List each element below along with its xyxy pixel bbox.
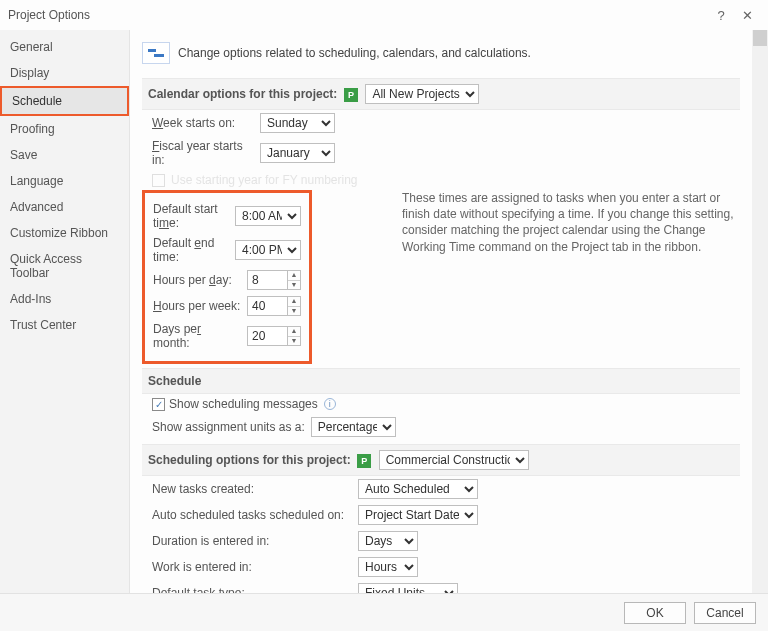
schedule-icon — [142, 42, 170, 64]
defaults-highlight: Default start time: 8:00 AM Default end … — [142, 190, 312, 364]
sidebar-item-advanced[interactable]: Advanced — [0, 194, 129, 220]
sidebar-item-trust-center[interactable]: Trust Center — [0, 312, 129, 338]
label-default-end: Default end time: — [153, 236, 229, 264]
time-assignment-note: These times are assigned to tasks when y… — [402, 190, 742, 255]
label-duration: Duration is entered in: — [152, 534, 352, 548]
project-icon: P — [357, 454, 371, 468]
auto-scheduled-select[interactable]: Project Start Date — [358, 505, 478, 525]
days-per-month-spinner[interactable]: ▲▼ — [247, 326, 301, 346]
sidebar-item-customize-ribbon[interactable]: Customize Ribbon — [0, 220, 129, 246]
label-work: Work is entered in: — [152, 560, 352, 574]
sidebar-item-general[interactable]: General — [0, 34, 129, 60]
sidebar-item-language[interactable]: Language — [0, 168, 129, 194]
cancel-button[interactable]: Cancel — [694, 602, 756, 624]
label-new-tasks: New tasks created: — [152, 482, 352, 496]
default-type-select[interactable]: Fixed Units — [358, 583, 458, 593]
label-assignment-units: Show assignment units as a: — [152, 420, 305, 434]
use-starting-year-checkbox — [152, 174, 165, 187]
sidebar-active-highlight: Schedule — [0, 86, 129, 116]
titlebar: Project Options ? ✕ — [0, 0, 768, 30]
label-default-type: Default task type: — [152, 586, 352, 593]
section-schedule: Schedule — [142, 368, 740, 394]
info-icon[interactable]: i — [324, 398, 336, 410]
page-subtitle: Change options related to scheduling, ca… — [178, 46, 531, 60]
label-hours-day: Hours per day: — [153, 273, 241, 287]
default-end-select[interactable]: 4:00 PM — [235, 240, 301, 260]
fiscal-year-select[interactable]: January — [260, 143, 335, 163]
label-fiscal-year: Fiscal year starts in: — [152, 139, 254, 167]
label-week-starts: Week starts on: — [152, 116, 254, 130]
default-start-select[interactable]: 8:00 AM — [235, 206, 301, 226]
scrollbar-thumb[interactable] — [753, 30, 767, 46]
spin-up-icon: ▲ — [288, 271, 300, 281]
label-use-starting-year: Use starting year for FY numbering — [171, 173, 358, 187]
new-tasks-select[interactable]: Auto Scheduled — [358, 479, 478, 499]
spin-down-icon: ▼ — [288, 281, 300, 290]
week-starts-select[interactable]: Sunday — [260, 113, 335, 133]
window-title: Project Options — [8, 8, 708, 22]
label-days-month: Days per month: — [153, 322, 241, 350]
label-show-scheduling-messages: Show scheduling messages — [169, 397, 318, 411]
work-select[interactable]: Hours — [358, 557, 418, 577]
hours-per-week-spinner[interactable]: ▲▼ — [247, 296, 301, 316]
category-sidebar: General Display Schedule Proofing Save L… — [0, 30, 130, 593]
section-calendar-options: Calendar options for this project: P All… — [142, 78, 740, 110]
sidebar-item-addins[interactable]: Add-Ins — [0, 286, 129, 312]
show-scheduling-messages-checkbox[interactable] — [152, 398, 165, 411]
sidebar-item-display[interactable]: Display — [0, 60, 129, 86]
dialog-footer: OK Cancel — [0, 593, 768, 631]
label-hours-week: Hours per week: — [153, 299, 241, 313]
assignment-units-select[interactable]: Percentage — [311, 417, 396, 437]
section-scheduling-options: Scheduling options for this project: P C… — [142, 444, 740, 476]
vertical-scrollbar[interactable] — [752, 30, 768, 593]
label-default-start: Default start time: — [153, 202, 229, 230]
page-header: Change options related to scheduling, ca… — [142, 38, 740, 74]
sidebar-item-schedule[interactable]: Schedule — [2, 88, 127, 114]
project-options-dialog: Project Options ? ✕ General Display Sche… — [0, 0, 768, 631]
sidebar-item-proofing[interactable]: Proofing — [0, 116, 129, 142]
ok-button[interactable]: OK — [624, 602, 686, 624]
help-icon[interactable]: ? — [708, 8, 734, 23]
label-auto-scheduled: Auto scheduled tasks scheduled on: — [152, 508, 352, 522]
sidebar-item-save[interactable]: Save — [0, 142, 129, 168]
calendar-project-select[interactable]: All New Projects — [365, 84, 479, 104]
duration-select[interactable]: Days — [358, 531, 418, 551]
hours-per-day-spinner[interactable]: ▲▼ — [247, 270, 301, 290]
sidebar-item-qat[interactable]: Quick Access Toolbar — [0, 246, 129, 286]
project-icon: P — [344, 88, 358, 102]
close-icon[interactable]: ✕ — [734, 8, 760, 23]
scheduling-project-select[interactable]: Commercial Construction — [379, 450, 529, 470]
